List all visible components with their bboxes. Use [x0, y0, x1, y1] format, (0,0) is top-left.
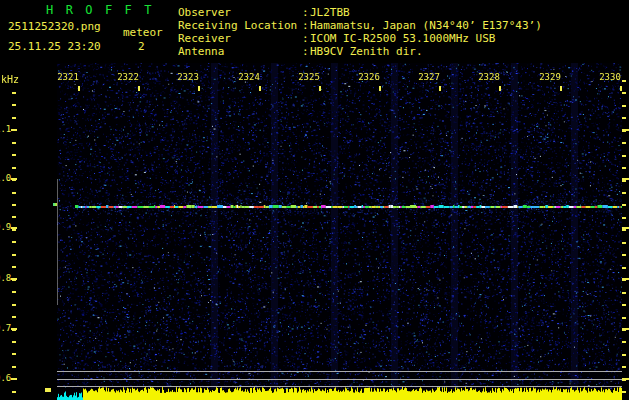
level-scale-tick [45, 388, 51, 392]
time-axis-ticks [78, 86, 624, 91]
time-tick-label: 2327 [414, 72, 444, 82]
time-tick-label: 2324 [234, 72, 264, 82]
output-filename: 2511252320.png [8, 20, 101, 33]
info-colon: : [302, 45, 310, 58]
info-label: Receiving Location [178, 19, 302, 32]
freq-tick-label: 0.6 [0, 373, 11, 383]
hrofft-screenshot: H R O F F T 2511252320.png meteor 25.11.… [0, 0, 629, 400]
time-tick-label: 2330 [595, 72, 625, 82]
spectrogram-canvas [57, 63, 622, 400]
freq-tick-label: 0.8 [0, 273, 11, 283]
freq-tick-label: 1.0 [0, 173, 11, 183]
freq-tick-label: 0.9 [0, 222, 11, 232]
freq-tick-label: 1.1 [0, 124, 11, 134]
time-tick-label: 2325 [294, 72, 324, 82]
freq-minor-ticks [12, 92, 16, 393]
freq-tick-label: 0.7 [0, 323, 11, 333]
freq-axis-unit: kHz [1, 74, 19, 85]
time-tick-label: 2322 [113, 72, 143, 82]
info-row-location: Receiving Location:Hamamatsu, Japan (N34… [178, 19, 542, 32]
info-colon: : [302, 32, 310, 45]
datetime-label: 25.11.25 23:20 [8, 40, 101, 53]
info-label: Receiver [178, 32, 302, 45]
time-tick-label: 2326 [354, 72, 384, 82]
info-row-antenna: Antenna:HB9CV Zenith dir. [178, 45, 542, 58]
freq-minor-ticks-right [622, 80, 626, 393]
time-tick-label: 2323 [173, 72, 203, 82]
info-colon: : [302, 6, 310, 19]
mode-label: meteor [123, 26, 163, 39]
info-value: JL2TBB [310, 6, 350, 19]
time-tick-label: 2321 [53, 72, 83, 82]
info-label: Observer [178, 6, 302, 19]
carrier-start-dot [53, 203, 57, 206]
info-value: ICOM IC-R2500 53.1000MHz USB [310, 32, 495, 45]
info-row-receiver: Receiver:ICOM IC-R2500 53.1000MHz USB [178, 32, 542, 45]
info-label: Antenna [178, 45, 302, 58]
info-row-observer: Observer:JL2TBB [178, 6, 542, 19]
info-value: HB9CV Zenith dir. [310, 45, 423, 58]
info-value: Hamamatsu, Japan (N34°40’ E137°43’) [310, 19, 542, 32]
app-title: H R O F F T [46, 3, 154, 17]
meteor-count: 2 [138, 40, 145, 53]
time-tick-label: 2328 [474, 72, 504, 82]
info-colon: : [302, 19, 310, 32]
time-tick-label: 2329 [535, 72, 565, 82]
station-info: Observer:JL2TBB Receiving Location:Hamam… [178, 6, 542, 58]
